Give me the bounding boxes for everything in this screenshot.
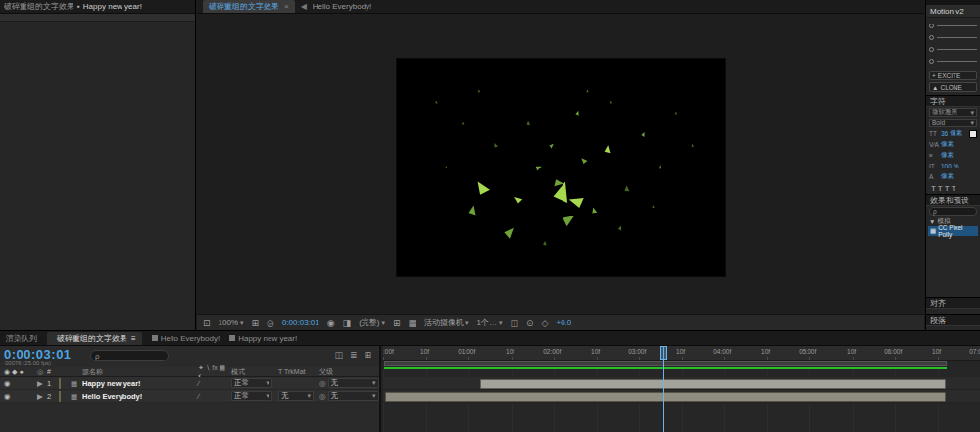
debris-shard: [474, 178, 490, 195]
parent-pickwhip-icon[interactable]: ◎: [319, 392, 326, 401]
expand-arrow-icon[interactable]: ▶: [37, 392, 47, 401]
baseline-shift-value[interactable]: 像素: [941, 172, 954, 181]
timeline-graph-area[interactable]: [383, 370, 980, 432]
layer-switches[interactable]: ∕: [198, 392, 231, 401]
effect-cc-pixel-polly[interactable]: ▦ CC Pixel Polly: [928, 226, 978, 236]
motion-slider[interactable]: [929, 31, 977, 43]
blend-mode-dropdown[interactable]: 正常 ▾: [231, 378, 272, 388]
timeline-current-time[interactable]: 0:00:03:01: [4, 347, 72, 361]
view-layout-value: 1个…: [477, 317, 497, 328]
close-icon[interactable]: ×: [284, 2, 289, 11]
eye-icon[interactable]: ◉: [4, 379, 11, 388]
parent-header[interactable]: 父级: [319, 367, 333, 377]
view-layout-dropdown[interactable]: 1个… ▾: [477, 317, 503, 328]
channels-icon[interactable]: ◨: [343, 318, 352, 328]
slider-knob[interactable]: [929, 59, 934, 64]
timeline-ruler[interactable]: :00f10f01:00f10f02:00f10f03:00f10f04:00f…: [383, 346, 980, 361]
ruler-label: 01:00f: [458, 348, 475, 355]
font-size-value[interactable]: 36: [941, 130, 948, 137]
tab-comp-effect-controls[interactable]: 破碎重组的文字效果: [4, 1, 74, 12]
expand-arrow-icon[interactable]: ▶: [37, 379, 47, 388]
draft-3d-icon[interactable]: ≣: [350, 350, 358, 360]
layer-row-2[interactable]: ◉ ▶ 2 ▦ Hello Everybody! ∕ 正常 ▾ 无 ▾ ◎ 无: [0, 390, 379, 403]
composition-viewer[interactable]: [197, 14, 924, 314]
chevron-down-icon: ▾: [240, 319, 244, 327]
mask-visibility-icon[interactable]: ◶: [267, 318, 274, 328]
trkmat-header[interactable]: T TrkMat: [278, 368, 319, 375]
transparency-grid-icon[interactable]: ▦: [409, 318, 417, 328]
zoom-dropdown[interactable]: 100% ▾: [219, 318, 244, 327]
exposure-value[interactable]: +0.0: [557, 318, 572, 327]
resolution-dropdown[interactable]: (完整) ▾: [359, 317, 385, 328]
character-panel-tab[interactable]: 字符: [926, 95, 980, 107]
font-size-unit[interactable]: 像素: [950, 129, 962, 138]
fill-color-swatch[interactable]: [969, 130, 977, 138]
kerning-value[interactable]: 像素: [941, 140, 954, 149]
tab-composition-inactive[interactable]: Hello Everybody!: [313, 2, 371, 11]
clone-button[interactable]: ▲ CLONE: [929, 82, 977, 92]
layer-label-color[interactable]: [59, 391, 61, 402]
grid-guides-icon[interactable]: ⊞: [252, 318, 260, 328]
trkmat-dropdown[interactable]: 无 ▾: [278, 391, 314, 401]
slider-knob[interactable]: [929, 47, 934, 52]
tab-happy-new-year[interactable]: Happy new year!: [83, 2, 142, 11]
camera-view-dropdown[interactable]: 活动摄像机 ▾: [424, 317, 469, 328]
pixel-aspect-icon[interactable]: ◫: [511, 318, 519, 328]
eye-icon[interactable]: ◉: [4, 392, 11, 401]
blend-mode-dropdown[interactable]: 正常 ▾: [231, 391, 272, 401]
current-time-display[interactable]: 0:00:03:01: [282, 318, 319, 327]
fast-preview-icon[interactable]: ⊙: [526, 318, 534, 328]
debris-shard: [641, 131, 646, 137]
mode-header[interactable]: 模式: [231, 367, 278, 377]
faux-styles-row[interactable]: T T T T: [926, 182, 980, 194]
layer-name[interactable]: Happy new year!: [82, 379, 198, 388]
tab-scroll-left-icon[interactable]: ◀: [301, 2, 307, 11]
work-area-bar[interactable]: [384, 361, 947, 366]
effects-presets-panel-tab[interactable]: 效果和预设: [926, 194, 980, 206]
timeline-search-input[interactable]: ρ: [90, 350, 169, 361]
font-style-dropdown[interactable]: Bold▾: [926, 118, 980, 128]
excite-button[interactable]: + EXCITE: [929, 71, 977, 80]
slider-knob[interactable]: [929, 35, 934, 40]
motion-panel-title[interactable]: Motion v2: [926, 5, 980, 18]
source-name-header[interactable]: 源名称: [82, 367, 198, 377]
parent-pickwhip-icon[interactable]: ◎: [319, 379, 326, 388]
tab-timeline-happy[interactable]: Happy new year!: [229, 334, 297, 343]
motion-slider[interactable]: [929, 55, 977, 67]
chevron-expanded-icon[interactable]: ▼: [929, 218, 935, 225]
leading-value[interactable]: 像素: [941, 151, 954, 160]
font-family-dropdown[interactable]: 微软雅黑▾: [926, 107, 980, 118]
panel-menu-icon[interactable]: ≡: [131, 334, 136, 343]
region-of-interest-icon[interactable]: ⊞: [393, 318, 401, 328]
layer-switches[interactable]: ∕: [198, 379, 231, 388]
parent-dropdown[interactable]: 无 ▾: [328, 391, 379, 401]
layer-duration-bar-1[interactable]: [480, 379, 946, 389]
slider-knob[interactable]: [929, 24, 934, 28]
tab-render-queue[interactable]: 渲染队列: [6, 333, 37, 344]
tab-composition-active[interactable]: 破碎重组的文字效果 ×: [203, 0, 295, 13]
align-panel-tab[interactable]: 对齐: [926, 297, 980, 309]
layer-row-1[interactable]: ◉ ▶ 1 ▦ Happy new year! ∕ 正常 ▾ ◎ 无 ▾: [0, 377, 379, 390]
timeline-button-icon[interactable]: ◇: [542, 318, 549, 328]
layer-duration-bar-2[interactable]: [385, 392, 946, 402]
layer-name[interactable]: Hello Everybody!: [82, 392, 198, 401]
effects-search-input[interactable]: ρ: [929, 207, 977, 216]
vertical-scale-value[interactable]: 100 %: [941, 163, 958, 169]
shy-layers-icon[interactable]: ⊞: [364, 350, 371, 360]
project-panel-body[interactable]: [0, 14, 195, 330]
current-time-indicator-handle[interactable]: [660, 346, 667, 360]
layer-label-color[interactable]: [59, 378, 61, 389]
comp-canvas[interactable]: [397, 59, 725, 276]
layer-type-icon: ▦: [71, 379, 82, 388]
tab-timeline-hello[interactable]: Hello Everybody!: [152, 334, 220, 343]
comp-mini-flowchart-icon[interactable]: ◫: [334, 350, 343, 360]
paragraph-panel-tab[interactable]: 段落: [926, 314, 980, 326]
motion-slider[interactable]: [929, 20, 977, 31]
magnification-icon[interactable]: ⊡: [203, 318, 211, 328]
motion-slider[interactable]: [929, 43, 977, 55]
snapshot-icon[interactable]: ◉: [327, 318, 335, 328]
parent-dropdown[interactable]: 无 ▾: [328, 378, 379, 388]
tab-timeline-active[interactable]: 破碎重组的文字效果 ≡: [47, 332, 142, 345]
debris-shard: [692, 144, 694, 147]
project-tabbar: 破碎重组的文字效果 ▪ Happy new year!: [0, 0, 195, 14]
